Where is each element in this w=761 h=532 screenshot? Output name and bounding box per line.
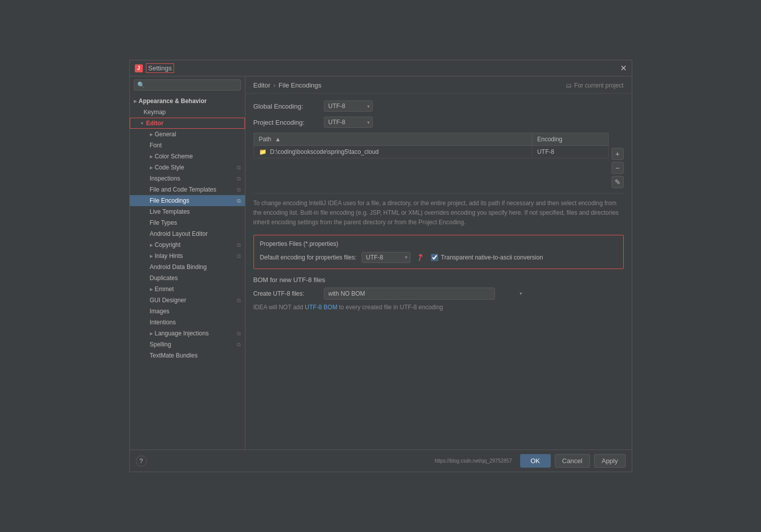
transparent-conversion-wrapper[interactable]: Transparent native-to-ascii conversion [431,254,543,261]
sidebar-item-file-types[interactable]: File Types [130,217,245,228]
breadcrumb: Editor › File Encodings 🗂 For current pr… [245,76,632,94]
breadcrumb-parent: Editor [253,81,271,89]
red-arrow-annotation: ↗ [413,250,427,264]
help-button[interactable]: ? [136,456,147,467]
main-content: Editor › File Encodings 🗂 For current pr… [245,76,632,450]
dropdown-arrow-icon: ▾ [520,291,522,296]
sidebar-item-font[interactable]: Font [130,140,245,151]
expand-icon: ▶ [150,331,153,336]
global-encoding-select[interactable]: UTF-8 UTF-16 ISO-8859-1 [324,101,373,112]
expand-icon: ▶ [150,243,153,247]
project-encoding-select[interactable]: UTF-8 UTF-16 ISO-8859-1 [324,117,373,128]
expand-icon: ▶ [150,132,153,137]
encoding-cell: UTF-8 [532,146,608,158]
sort-arrow-icon: ▲ [275,136,281,143]
global-encoding-label: Global Encoding: [253,103,319,110]
bom-dropdown-wrapper[interactable]: with NO BOM with BOM ▾ [324,288,525,300]
transparent-conversion-label: Transparent native-to-ascii conversion [441,254,543,261]
footer-url: https://blog.csdn.net/qq_29752857 [435,458,512,464]
sidebar-item-general[interactable]: ▶ General [130,129,245,140]
sidebar-item-keymap[interactable]: Keymap [130,107,245,118]
sidebar-item-editor[interactable]: ▼ Editor [130,118,245,129]
sidebar-item-inspections[interactable]: Inspections ⧉ [130,173,245,184]
sidebar-item-live-templates[interactable]: Live Templates [130,206,245,217]
sidebar-item-intentions[interactable]: Intentions [130,317,245,328]
for-current-project: 🗂 For current project [566,82,623,89]
dialog-title: Settings [146,63,175,73]
bom-select[interactable]: with NO BOM with BOM [324,288,495,300]
sidebar-item-spelling[interactable]: Spelling ⧉ [130,339,245,350]
copy-icon: ⧉ [237,242,241,248]
description-text: To change encoding IntelliJ IDEA uses fo… [253,193,624,228]
copy-icon: ⧉ [237,341,241,348]
breadcrumb-current: File Encodings [279,81,321,89]
sidebar-item-code-style[interactable]: ▶ Code Style ⧉ [130,162,245,173]
add-path-button[interactable]: + [612,148,624,160]
search-box[interactable]: 🔍 [134,79,241,91]
footer-right: https://blog.csdn.net/qq_29752857 OK Can… [435,454,625,468]
settings-dialog: J Settings ✕ 🔍 ▶ Appearance & Behavior K… [129,60,632,472]
sidebar-item-appearance[interactable]: ▶ Appearance & Behavior [130,96,245,107]
expand-icon: ▶ [150,154,153,159]
properties-row: Default encoding for properties files: U… [260,251,617,263]
sidebar: 🔍 ▶ Appearance & Behavior Keymap ▼ Edito… [130,76,245,450]
create-utf8-label: Create UTF-8 files: [253,290,319,297]
bom-title: BOM for new UTF-8 files [253,276,624,284]
properties-encoding-dropdown-wrapper[interactable]: UTF-8 UTF-16 ISO-8859-1 ▾ [362,252,410,263]
ok-button[interactable]: OK [520,454,551,468]
properties-encoding-select[interactable]: UTF-8 UTF-16 ISO-8859-1 [362,252,410,263]
expand-icon: ▶ [134,99,137,104]
global-encoding-dropdown-wrapper[interactable]: UTF-8 UTF-16 ISO-8859-1 ▾ [324,101,373,112]
edit-path-button[interactable]: ✎ [612,176,624,188]
app-icon: J [135,64,143,72]
path-cell: 📁 D:\coding\bookscode\spring5\taco_cloud [253,146,532,158]
breadcrumb-separator: › [273,81,275,89]
table-side-buttons: + − ✎ [612,133,624,188]
sidebar-item-file-and-code-templates[interactable]: File and Code Templates ⧉ [130,184,245,195]
project-icon: 🗂 [566,82,572,89]
expand-icon: ▶ [150,254,153,258]
dialog-body: 🔍 ▶ Appearance & Behavior Keymap ▼ Edito… [130,76,632,450]
path-encoding-table: Path ▲ Encoding [253,133,609,158]
close-button[interactable]: ✕ [620,64,627,72]
sidebar-item-android-layout-editor[interactable]: Android Layout Editor [130,228,245,239]
copy-icon: ⧉ [237,330,241,337]
remove-path-button[interactable]: − [612,162,624,174]
project-encoding-dropdown-wrapper[interactable]: UTF-8 UTF-16 ISO-8859-1 ▾ [324,117,373,128]
copy-icon: ⧉ [237,175,241,182]
sidebar-item-file-encodings[interactable]: File Encodings ⧉ [130,195,245,206]
folder-icon: 📁 [259,148,267,155]
table-row[interactable]: 📁 D:\coding\bookscode\spring5\taco_cloud… [253,146,608,158]
col-path-header: Path ▲ [253,133,532,146]
content-area: Global Encoding: UTF-8 UTF-16 ISO-8859-1… [245,94,632,450]
sidebar-item-color-scheme[interactable]: ▶ Color Scheme [130,151,245,162]
sidebar-item-language-injections[interactable]: ▶ Language Injections ⧉ [130,328,245,339]
title-bar: J Settings ✕ [130,60,632,76]
search-icon: 🔍 [137,81,145,88]
expand-icon: ▶ [150,287,153,292]
copy-icon: ⧉ [237,198,241,204]
expand-icon: ▶ [150,165,153,170]
copy-icon: ⧉ [237,253,241,259]
transparent-conversion-checkbox[interactable] [431,254,438,261]
copy-icon: ⧉ [237,164,241,171]
sidebar-item-images[interactable]: Images [130,306,245,317]
sidebar-item-textmate-bundles[interactable]: TextMate Bundles [130,350,245,361]
sidebar-item-copyright[interactable]: ▶ Copyright ⧉ [130,239,245,250]
sidebar-item-inlay-hints[interactable]: ▶ Inlay Hints ⧉ [130,250,245,261]
bom-section: BOM for new UTF-8 files Create UTF-8 fil… [253,276,624,311]
copy-icon: ⧉ [237,187,241,193]
cancel-button[interactable]: Cancel [555,454,590,468]
search-input[interactable] [147,81,237,88]
apply-button[interactable]: Apply [594,454,626,468]
sidebar-item-gui-designer[interactable]: GUI Designer ⧉ [130,295,245,306]
sidebar-item-android-data-binding[interactable]: Android Data Binding [130,261,245,273]
bom-highlight: UTF-8 BOM [305,304,337,311]
expand-icon: ▼ [140,121,144,126]
properties-title: Properties Files (*.properties) [260,240,617,247]
sidebar-item-emmet[interactable]: ▶ Emmet [130,284,245,295]
title-bar-left: J Settings [135,63,175,73]
sidebar-item-duplicates[interactable]: Duplicates [130,273,245,284]
project-encoding-row: Project Encoding: UTF-8 UTF-16 ISO-8859-… [253,117,624,128]
project-encoding-label: Project Encoding: [253,119,319,126]
